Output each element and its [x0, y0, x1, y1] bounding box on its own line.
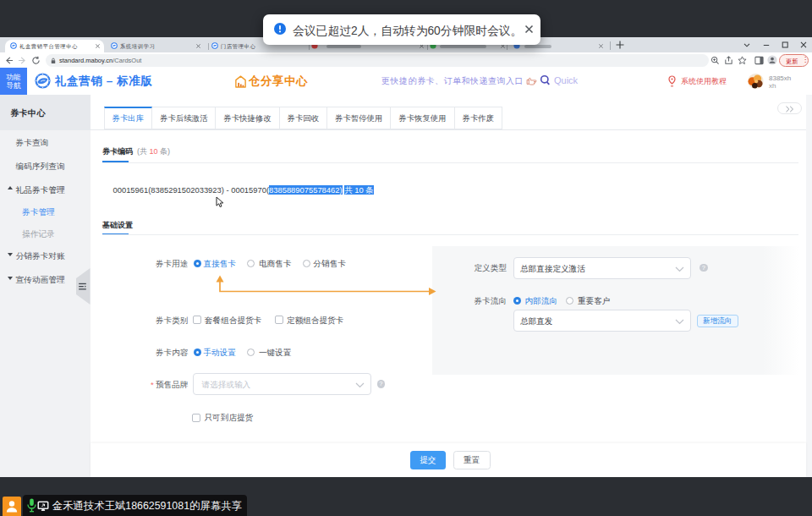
tab-close-icon[interactable] — [598, 43, 604, 49]
store-only-label[interactable]: 只可到店提货 — [205, 414, 254, 422]
usage-radio-direct[interactable] — [194, 260, 201, 267]
sharer-avatar — [3, 497, 21, 516]
user-name-line1: 8385xh — [769, 74, 791, 83]
annotation-arrow — [216, 272, 440, 296]
nav-toggle-button[interactable]: 功能 导航 — [0, 68, 27, 95]
url-text: standard.maboy.cn/CardsOut — [59, 58, 141, 64]
sidebar-item-card-mgmt-active[interactable]: 券卡管理 — [22, 208, 55, 217]
share-center-link[interactable]: 仓分享中心 — [249, 75, 308, 86]
store-only-checkbox[interactable] — [192, 414, 200, 422]
minimize-icon[interactable] — [760, 37, 772, 52]
sidebar: 券卡中心 券卡查询 编码序列查询 礼品券卡管理 券卡管理 操作记录 分销券卡对账… — [0, 95, 91, 477]
sidebar-item-op-records[interactable]: 操作记录 — [22, 230, 55, 239]
category-checkbox-fixed[interactable] — [275, 316, 283, 324]
caret-down-icon — [8, 277, 13, 280]
meeting-notification: 会议已超过2人，自动转为60分钟限时会议。 — [263, 14, 540, 45]
forward-icon[interactable] — [18, 57, 26, 64]
add-flow-button[interactable]: 新增流向 — [697, 315, 738, 327]
flow-select[interactable]: 总部直发 — [513, 310, 691, 332]
browser-tab-2[interactable]: 系统培训学习 — [106, 40, 205, 52]
quick-label[interactable]: Quick — [554, 76, 578, 85]
category-option-fixed[interactable]: 定额组合提货卡 — [287, 316, 343, 325]
panel-collapse-button[interactable] — [777, 102, 802, 114]
tab-resume[interactable]: 券卡恢复使用 — [391, 107, 454, 129]
content-option-manual[interactable]: 手动设置 — [204, 349, 236, 357]
code-range-text: 00015961(8385291502033923) - 00015970(83… — [113, 186, 374, 194]
usage-radio-ecommerce[interactable] — [247, 260, 255, 267]
reload-icon[interactable] — [31, 56, 41, 65]
screen-share-icon — [37, 501, 49, 512]
count-number: 10 — [150, 147, 158, 156]
share-status-pill: 金禾通技术王斌18662591081的屏幕共享 — [23, 495, 247, 516]
tab-follow-activate[interactable]: 券卡后续激活 — [152, 107, 216, 129]
sidebar-item-distribution[interactable]: 分销券卡对账 — [16, 252, 65, 261]
sidebar-title-band: 券卡中心 — [0, 95, 91, 130]
brand-title: 礼盒营销 – 标准版 — [55, 75, 153, 86]
double-chevron-right-icon — [785, 106, 795, 113]
tab-favicon-logo — [10, 42, 17, 49]
tab-close-icon[interactable] — [95, 43, 101, 49]
usage-radio-distribution[interactable] — [303, 260, 310, 267]
codes-count: (共 10 条) — [135, 147, 171, 156]
content-option-onekey[interactable]: 一键设置 — [259, 349, 291, 357]
tab-void[interactable]: 券卡作废 — [455, 107, 503, 129]
banner-close-icon[interactable] — [524, 24, 535, 35]
category-checkbox-package[interactable] — [193, 316, 201, 324]
user-avatar[interactable] — [748, 74, 764, 90]
sidebar-item-code-seq-query[interactable]: 编码序列查询 — [16, 162, 65, 171]
address-bar[interactable]: standard.maboy.cn/CardsOut — [46, 54, 709, 67]
chevron-down-icon — [675, 319, 684, 325]
tab-close-icon[interactable] — [195, 43, 201, 49]
bookmark-star-icon[interactable] — [738, 56, 747, 65]
back-icon[interactable] — [5, 57, 14, 64]
zoom-icon[interactable] — [710, 56, 720, 65]
window-close-icon[interactable] — [798, 37, 809, 52]
tab-separator — [610, 41, 611, 50]
brand-placeholder: 请选择或输入 — [202, 381, 251, 389]
new-tab-icon[interactable] — [614, 37, 626, 52]
tab-quick-modify[interactable]: 券卡快捷修改 — [216, 107, 279, 129]
tab-cards-out[interactable]: 券卡出库 — [104, 107, 153, 129]
browser-tab-active[interactable]: 礼盒营销平台管理中心 — [5, 40, 104, 52]
reset-button[interactable]: 重置 — [453, 451, 491, 470]
submit-button[interactable]: 提交 — [410, 451, 447, 470]
content-radio-onekey[interactable] — [247, 349, 255, 356]
user-name-line2: xh — [769, 82, 791, 91]
pointing-hand-icon — [526, 75, 537, 86]
flow-option-internal[interactable]: 内部流向 — [525, 297, 557, 305]
category-label: 券卡类别 — [156, 316, 188, 325]
usage-option-ecommerce[interactable]: 电商售卡 — [259, 260, 291, 268]
sidebar-item-promo-anim[interactable]: 宣传动画管理 — [16, 276, 65, 284]
nav-toggle-line2: 导航 — [0, 81, 27, 90]
usage-option-direct[interactable]: 直接售卡 — [204, 260, 236, 268]
usage-option-distribution[interactable]: 分销售卡 — [314, 260, 346, 268]
define-type-select[interactable]: 总部直接定义激活 — [513, 257, 691, 279]
sidebar-collapse-handle[interactable] — [76, 268, 91, 305]
brand-select[interactable]: 请选择或输入 — [193, 373, 371, 395]
share-icon[interactable] — [724, 56, 733, 65]
define-type-help-icon[interactable]: ? — [700, 264, 708, 272]
sidebar-title: 券卡中心 — [10, 109, 46, 118]
content-radio-manual[interactable] — [194, 349, 201, 356]
meeting-notification-text: 会议已超过2人，自动转为60分钟限时会议。 — [293, 25, 522, 37]
kebab-menu-icon[interactable]: ⋮ — [802, 57, 809, 63]
quick-search-icon[interactable] — [540, 74, 551, 86]
flow-option-vip[interactable]: 重要客户 — [578, 297, 610, 305]
mouse-cursor-icon — [216, 196, 224, 208]
chrome-update-button[interactable]: 更新 ⋮ — [779, 54, 809, 67]
url-host: standard.maboy.cn — [59, 57, 112, 64]
brand-help-icon[interactable]: ? — [377, 380, 386, 388]
tutorial-link[interactable]: 系统使用教程 — [681, 78, 727, 85]
tab-recycle[interactable]: 券卡回收 — [280, 107, 328, 129]
flow-radio-internal[interactable] — [513, 297, 521, 305]
sidebar-item-card-query[interactable]: 券卡查询 — [16, 139, 49, 147]
flow-radio-vip[interactable] — [566, 297, 573, 305]
tab-title: 门店管理中心 — [221, 44, 255, 49]
category-option-package[interactable]: 套餐组合提货卡 — [205, 316, 261, 325]
maximize-icon[interactable] — [779, 37, 791, 52]
sidebar-item-gift-card-mgmt[interactable]: 礼品券卡管理 — [16, 186, 65, 195]
side-panel-icon[interactable] — [754, 56, 764, 65]
profile-icon[interactable] — [767, 55, 777, 65]
tab-search-icon[interactable] — [741, 37, 753, 52]
tab-pause[interactable]: 券卡暂停使用 — [327, 107, 391, 129]
